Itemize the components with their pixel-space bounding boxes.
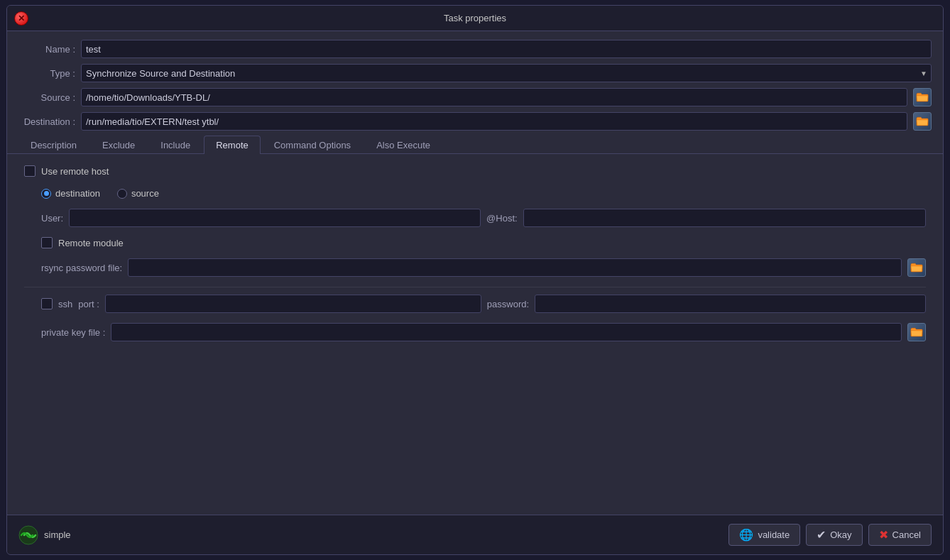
type-row: Type : Synchronize Source and Destinatio…: [18, 64, 932, 82]
type-label: Type :: [18, 68, 75, 79]
tabs-row: Description Exclude Include Remote Comma…: [7, 135, 943, 154]
folder-icon: [916, 92, 929, 102]
okay-label: Okay: [830, 529, 851, 540]
port-input[interactable]: [105, 295, 481, 313]
use-remote-host-checkbox[interactable]: [24, 165, 36, 177]
remote-tab-content: Use remote host destination source User:…: [7, 154, 943, 515]
source-folder-button[interactable]: [913, 88, 932, 106]
close-button[interactable]: ✕: [14, 11, 28, 26]
source-radio-label: source: [131, 188, 159, 199]
rsync-password-label: rsync password file:: [41, 263, 122, 273]
rsync-password-folder-button[interactable]: [907, 258, 926, 277]
source-radio-item[interactable]: source: [117, 188, 159, 199]
dialog-title: Task properties: [444, 13, 506, 23]
validate-icon: 🌐: [739, 528, 753, 542]
type-select[interactable]: Synchronize Source and Destination: [81, 64, 932, 82]
footer-left: simple: [18, 525, 728, 545]
footer: simple 🌐 validate ✔ Okay ✖ Cancel: [7, 515, 943, 554]
type-select-wrapper: Synchronize Source and Destination ▼: [81, 64, 932, 82]
simple-label: simple: [44, 529, 71, 540]
host-label: @Host:: [486, 213, 518, 224]
cancel-icon: ✖: [879, 528, 888, 542]
simple-icon: [18, 525, 38, 545]
name-row: Name :: [18, 40, 932, 58]
cancel-label: Cancel: [892, 529, 921, 540]
direction-radio-group: destination source: [41, 188, 926, 199]
titlebar: ✕ Task properties: [7, 6, 943, 31]
cancel-button[interactable]: ✖ Cancel: [868, 524, 932, 546]
private-key-folder-button[interactable]: [907, 323, 926, 341]
ssh-checkbox[interactable]: [41, 298, 53, 309]
destination-radio-label: destination: [55, 188, 100, 199]
destination-row: Destination :: [18, 112, 932, 131]
destination-label: Destination :: [18, 116, 75, 127]
password-label: password:: [487, 299, 529, 309]
remote-module-checkbox[interactable]: [41, 237, 53, 248]
user-label: User:: [41, 213, 63, 224]
tab-description[interactable]: Description: [18, 136, 89, 154]
destination-input[interactable]: [81, 112, 907, 131]
footer-right: 🌐 validate ✔ Okay ✖ Cancel: [728, 524, 932, 546]
ssh-label: ssh: [58, 299, 72, 309]
user-host-row: User: @Host:: [41, 209, 926, 227]
use-remote-host-label: Use remote host: [41, 166, 109, 177]
source-row: Source :: [18, 88, 932, 106]
destination-radio[interactable]: [41, 189, 51, 199]
okay-icon: ✔: [817, 528, 826, 542]
rsync-password-input[interactable]: [128, 258, 902, 277]
remote-module-row: Remote module: [41, 237, 926, 248]
tab-remote[interactable]: Remote: [204, 136, 261, 154]
destination-radio-item[interactable]: destination: [41, 188, 100, 199]
ssh-password-input[interactable]: [535, 295, 926, 313]
name-label: Name :: [18, 44, 75, 55]
tab-also-execute[interactable]: Also Execute: [364, 136, 442, 154]
tab-exclude[interactable]: Exclude: [90, 136, 147, 154]
source-radio[interactable]: [117, 189, 127, 199]
source-input[interactable]: [81, 88, 907, 106]
ssh-row: ssh port : password:: [41, 295, 926, 313]
private-key-label: private key file :: [41, 327, 105, 338]
private-key-row: private key file :: [41, 323, 926, 341]
divider: [24, 287, 926, 287]
destination-folder-button[interactable]: [913, 112, 932, 131]
okay-button[interactable]: ✔ Okay: [806, 524, 862, 546]
folder-icon: [910, 263, 923, 273]
rsync-password-row: rsync password file:: [41, 258, 926, 277]
source-label: Source :: [18, 92, 75, 103]
tab-command-options[interactable]: Command Options: [262, 136, 363, 154]
validate-button[interactable]: 🌐 validate: [728, 524, 800, 546]
user-input[interactable]: [69, 209, 481, 227]
folder-icon: [916, 116, 929, 126]
use-remote-host-row: Use remote host: [24, 165, 926, 177]
host-input[interactable]: [523, 209, 926, 227]
folder-icon: [910, 327, 923, 337]
task-properties-dialog: ✕ Task properties Name : Type : Synchron…: [6, 5, 944, 555]
validate-label: validate: [758, 529, 790, 540]
remote-module-label: Remote module: [58, 238, 124, 248]
tab-include[interactable]: Include: [148, 136, 202, 154]
private-key-input[interactable]: [111, 323, 902, 341]
form-area: Name : Type : Synchronize Source and Des…: [7, 31, 943, 135]
port-label: port :: [78, 299, 99, 309]
name-input[interactable]: [81, 40, 932, 58]
